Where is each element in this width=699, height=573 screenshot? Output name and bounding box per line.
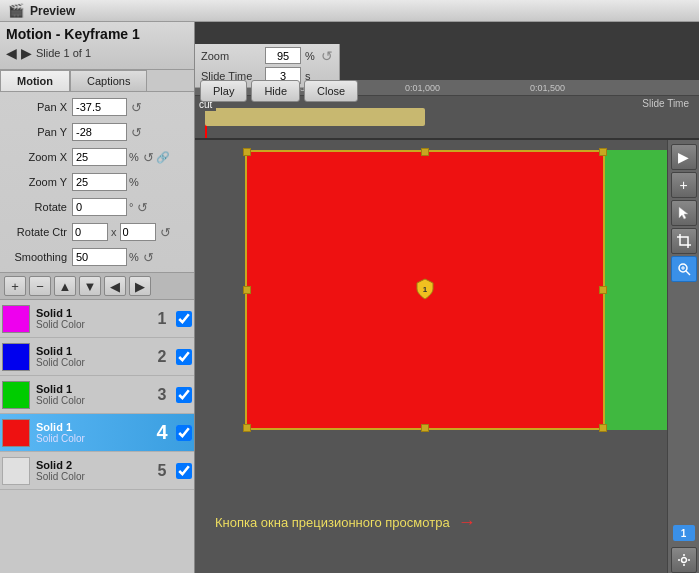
zoom-y-label: Zoom Y	[4, 176, 72, 188]
keyframe-indicator: 1	[673, 525, 695, 541]
layer-sub: Solid Color	[36, 471, 150, 482]
layer-num: 1	[154, 310, 170, 328]
move-left-btn[interactable]: ◀	[104, 276, 126, 296]
layer-list: Solid 1 Solid Color 1 Solid 1 Solid Colo…	[0, 300, 194, 573]
timeline-clip-bar[interactable]	[205, 108, 425, 126]
handle-bottom-mid[interactable]	[421, 424, 429, 432]
play-controls: Play Hide Close	[200, 80, 358, 102]
preview-canvas[interactable]: 1	[195, 140, 667, 573]
layer-color-swatch	[2, 381, 30, 409]
hide-button[interactable]: Hide	[251, 80, 300, 102]
layer-item[interactable]: Solid 2 Solid Color 5	[0, 452, 194, 490]
layer-color-swatch	[2, 343, 30, 371]
svg-rect-2	[680, 237, 688, 245]
handle-tr[interactable]	[599, 148, 607, 156]
app-title: Preview	[30, 4, 75, 18]
layer-toolbar: + − ▲ ▼ ◀ ▶	[0, 272, 194, 300]
rotate-ctr-y-input[interactable]	[120, 223, 156, 241]
handle-br[interactable]	[599, 424, 607, 432]
layer-color-swatch	[2, 457, 30, 485]
next-arrow[interactable]: ▶	[21, 45, 32, 61]
zoom-y-row: Zoom Y %	[4, 171, 190, 193]
annotation: Кнопка окна прецизионного просмотра →	[215, 512, 476, 533]
handle-tl[interactable]	[243, 148, 251, 156]
zoom-x-label: Zoom X	[4, 151, 72, 163]
move-up-btn[interactable]: ▲	[54, 276, 76, 296]
handle-bl[interactable]	[243, 424, 251, 432]
layer-num: 2	[154, 348, 170, 366]
handle-left-mid[interactable]	[243, 286, 251, 294]
zoom-y-input[interactable]	[72, 173, 127, 191]
pan-x-input[interactable]	[72, 98, 127, 116]
layer-item[interactable]: Solid 1 Solid Color 1	[0, 300, 194, 338]
layer-visibility-check[interactable]	[176, 387, 192, 403]
rotate-ctr-reset-icon[interactable]: ↺	[160, 225, 171, 240]
slide-nav: ◀ ▶ Slide 1 of 1	[6, 45, 188, 61]
crop-btn[interactable]	[671, 228, 697, 254]
slide-label: Slide 1 of 1	[36, 47, 91, 59]
smoothing-label: Smoothing	[4, 251, 72, 263]
layer-visibility-check[interactable]	[176, 311, 192, 327]
layer-name: Solid 1	[36, 307, 150, 319]
svg-text:1: 1	[423, 285, 428, 294]
ruler-mark-3: 0:01,500	[530, 83, 565, 93]
tab-captions[interactable]: Captions	[70, 70, 147, 91]
rotate-label: Rotate	[4, 201, 72, 213]
zoom-x-unit: %	[129, 151, 139, 163]
tabs: Motion Captions	[0, 70, 194, 92]
tab-motion[interactable]: Motion	[0, 70, 70, 91]
layer-visibility-check[interactable]	[176, 349, 192, 365]
add-btn[interactable]: +	[671, 172, 697, 198]
right-area: Zoom % ↺ Slide Time s Play Hide Close	[195, 22, 699, 573]
rotate-ctr-label: Rotate Ctr	[4, 226, 72, 238]
zoom-preview-btn[interactable]	[671, 256, 697, 282]
rotate-reset-icon[interactable]: ↺	[137, 200, 148, 215]
xy-separator: x	[111, 226, 117, 238]
layer-visibility-check[interactable]	[176, 463, 192, 479]
smoothing-input[interactable]	[72, 248, 127, 266]
layer-visibility-check[interactable]	[176, 425, 192, 441]
add-layer-btn[interactable]: +	[4, 276, 26, 296]
rotate-row: Rotate ° ↺	[4, 196, 190, 218]
rotate-input[interactable]	[72, 198, 127, 216]
svg-point-11	[681, 558, 686, 563]
prev-arrow[interactable]: ◀	[6, 45, 17, 61]
layer-sub: Solid Color	[36, 433, 150, 444]
move-down-btn[interactable]: ▼	[79, 276, 101, 296]
select-btn[interactable]	[671, 200, 697, 226]
layer-item[interactable]: Solid 1 Solid Color 3	[0, 376, 194, 414]
zoom-reset-icon[interactable]: ↺	[321, 48, 333, 64]
layer-name: Solid 1	[36, 345, 150, 357]
motion-title: Motion - Keyframe 1	[6, 26, 188, 42]
preview-area: 1 ▶ +	[195, 140, 699, 573]
layer-sub: Solid Color	[36, 319, 150, 330]
settings-btn[interactable]	[671, 547, 697, 573]
play-preview-btn[interactable]: ▶	[671, 144, 697, 170]
zoom-x-reset-icon[interactable]: ↺	[143, 150, 154, 165]
annotation-text: Кнопка окна прецизионного просмотра	[215, 515, 450, 530]
pan-x-reset-icon[interactable]: ↺	[131, 100, 142, 115]
red-slide[interactable]: 1	[245, 150, 605, 430]
layer-num: 3	[154, 386, 170, 404]
close-button[interactable]: Close	[304, 80, 358, 102]
shield-icon: 1	[413, 277, 437, 301]
zoom-value-input[interactable]	[265, 47, 301, 64]
smoothing-reset-icon[interactable]: ↺	[143, 250, 154, 265]
play-button[interactable]: Play	[200, 80, 247, 102]
rotate-ctr-x-input[interactable]	[72, 223, 108, 241]
handle-top-mid[interactable]	[421, 148, 429, 156]
pan-y-input[interactable]	[72, 123, 127, 141]
layer-num: 4	[154, 421, 170, 444]
pan-y-reset-icon[interactable]: ↺	[131, 125, 142, 140]
layer-item[interactable]: Solid 1 Solid Color 2	[0, 338, 194, 376]
timeline-content[interactable]: cut Slide Time	[195, 96, 699, 138]
remove-layer-btn[interactable]: −	[29, 276, 51, 296]
handle-right-mid[interactable]	[599, 286, 607, 294]
pan-y-row: Pan Y ↺	[4, 121, 190, 143]
move-right-btn[interactable]: ▶	[129, 276, 151, 296]
left-panel: Motion - Keyframe 1 ◀ ▶ Slide 1 of 1 Mot…	[0, 22, 195, 573]
svg-line-8	[686, 271, 690, 275]
zoom-x-input[interactable]	[72, 148, 127, 166]
svg-marker-1	[679, 207, 688, 219]
layer-item-active[interactable]: Solid 1 Solid Color 4	[0, 414, 194, 452]
